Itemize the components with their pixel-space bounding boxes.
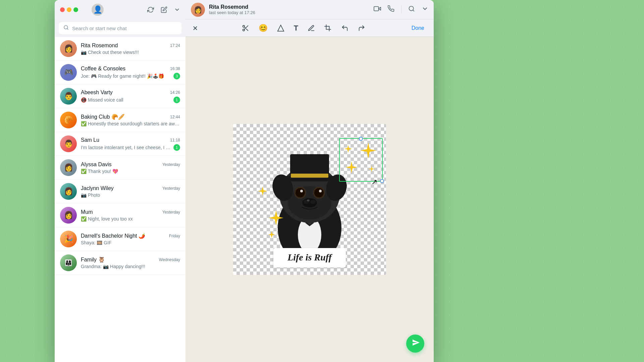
chat-content: Life is Ruff	[185, 37, 434, 362]
chat-item-sam[interactable]: 👨 Sam Lu 11:18 I'm lactose intolerant ye…	[55, 132, 185, 156]
sidebar-header-left: 👤	[60, 4, 104, 16]
svg-point-23	[314, 188, 324, 197]
avatar-rita: 👩	[60, 40, 77, 57]
search-input[interactable]	[72, 25, 177, 31]
chat-item-mum[interactable]: 👩 Mum Yesterday ✅ Night, love you too xx	[55, 203, 185, 227]
avatar-alyssa: 👩	[60, 159, 77, 176]
done-button[interactable]: Done	[409, 24, 427, 33]
badge-coffee: 3	[173, 73, 180, 79]
chat-time-coffee: 16:38	[170, 66, 180, 71]
user-avatar-icon: 👤	[93, 5, 102, 14]
chat-name-baking: Baking Club 🥐🥖	[81, 114, 125, 120]
chat-info-jaclynn: Jaclynn Wiley Yesterday 📷 Photo	[81, 185, 180, 198]
search-icon	[63, 25, 69, 32]
main-content: 👤	[55, 0, 434, 362]
chat-header-status: last seen today at 17:26	[209, 10, 370, 15]
badge-abeesh: 1	[173, 97, 180, 103]
avatar-abeesh: 👨	[60, 88, 77, 105]
refresh-icon[interactable]	[147, 6, 154, 13]
chat-preview-sam: I'm lactose intolerant yet, I see cheese…	[81, 145, 171, 150]
chat-name-family: Family 🦉	[81, 256, 105, 263]
pug-scene-svg: Life is Ruff	[233, 124, 386, 275]
chat-item-darrell[interactable]: 🎉 Darrell's Bachelor Night 🌶️ Friday Sha…	[55, 227, 185, 251]
crop-tool-icon[interactable]	[324, 24, 332, 32]
chat-item-alyssa[interactable]: 👩 Alyssa Davis Yesterday ✅ Thank you! 💖	[55, 156, 185, 180]
chat-item-coffee[interactable]: 🎮 Coffee & Consoles 16:38 Joe: 🎮 Ready f…	[55, 61, 185, 84]
traffic-lights	[60, 7, 78, 12]
chat-info-darrell: Darrell's Bachelor Night 🌶️ Friday Shaya…	[81, 233, 180, 245]
chevron-down-icon[interactable]	[174, 7, 180, 13]
phone-call-icon[interactable]	[388, 5, 394, 14]
chat-name-alyssa: Alyssa Davis	[81, 162, 112, 168]
header-divider	[401, 6, 401, 14]
chat-time-jaclynn: Yesterday	[162, 186, 180, 191]
traffic-light-red[interactable]	[60, 7, 65, 12]
chat-info-mum: Mum Yesterday ✅ Night, love you too xx	[81, 209, 180, 222]
chat-item-baking[interactable]: 🥐 Baking Club 🥐🥖 12:44 ✅ Honestly these …	[55, 108, 185, 132]
chat-preview-abeesh: 📵 Missed voice call	[81, 97, 171, 103]
shape-icon[interactable]	[277, 24, 284, 32]
chat-preview-mum: ✅ Night, love you too xx	[81, 216, 180, 222]
undo-icon[interactable]	[341, 24, 348, 32]
chat-name-mum: Mum	[81, 209, 93, 215]
compose-icon[interactable]	[161, 6, 167, 13]
chat-item-jaclynn[interactable]: 👩 Jaclynn Wiley Yesterday 📷 Photo	[55, 180, 185, 203]
avatar-coffee: 🎮	[60, 64, 77, 81]
chat-info-family: Family 🦉 Wednesday Grandma: 📷 Happy danc…	[81, 256, 180, 269]
emoji-sticker-icon[interactable]: 😊	[259, 24, 268, 33]
search-chat-icon[interactable]	[408, 5, 415, 14]
image-editor-canvas[interactable]: Life is Ruff	[233, 124, 386, 275]
video-call-icon[interactable]	[374, 5, 381, 14]
draw-tool-icon[interactable]	[308, 24, 315, 32]
chat-time-rita: 17:24	[170, 43, 180, 48]
svg-line-12	[244, 27, 246, 28]
redo-icon[interactable]	[358, 24, 365, 32]
chat-name-rita: Rita Rosemond	[81, 43, 118, 49]
chat-preview-baking: ✅ Honestly these sourdough starters are …	[81, 121, 180, 126]
chat-name-jaclynn: Jaclynn Wiley	[81, 185, 114, 191]
chat-info-alyssa: Alyssa Davis Yesterday ✅ Thank you! 💖	[81, 162, 180, 174]
avatar-mum: 👩	[60, 207, 77, 224]
chat-preview-family: Grandma: 📷 Happy dancing!!!	[81, 264, 180, 269]
search-bar	[55, 19, 185, 37]
svg-marker-13	[277, 25, 283, 31]
text-tool-icon[interactable]: T	[294, 24, 298, 33]
sidebar: 👤	[55, 0, 185, 362]
sidebar-header-icons	[147, 6, 180, 13]
svg-line-1	[67, 28, 68, 29]
user-avatar[interactable]: 👤	[92, 4, 104, 16]
badge-sam: 1	[173, 144, 180, 151]
svg-marker-2	[379, 7, 381, 10]
chat-item-abeesh[interactable]: 👨 Abeesh Varty 14:26 📵 Missed voice call…	[55, 84, 185, 108]
chat-info-abeesh: Abeesh Varty 14:26 📵 Missed voice call 1	[81, 89, 180, 103]
chat-header-info: Rita Rosemond last seen today at 17:26	[209, 4, 370, 15]
chat-time-alyssa: Yesterday	[162, 162, 180, 167]
chat-time-baking: 12:44	[170, 115, 180, 119]
more-options-icon[interactable]	[422, 5, 428, 14]
chat-header-actions	[374, 5, 428, 14]
traffic-light-yellow[interactable]	[67, 7, 71, 12]
scissors-icon[interactable]	[242, 24, 249, 32]
chat-info-rita: Rita Rosemond 17:24 📷 Check out these vi…	[81, 43, 180, 55]
chat-name-darrell: Darrell's Bachelor Night 🌶️	[81, 233, 145, 239]
svg-line-11	[246, 29, 248, 31]
svg-point-28	[310, 200, 316, 204]
send-button[interactable]	[406, 335, 424, 353]
chat-preview-coffee: Joe: 🎮 Ready for game night!! 🎉🕹️🎁	[81, 73, 171, 79]
close-editor-icon[interactable]	[192, 25, 198, 31]
chat-time-family: Wednesday	[159, 257, 180, 262]
avatar-darrell: 🎉	[60, 231, 77, 247]
traffic-light-green[interactable]	[73, 7, 78, 12]
chat-header: 👩 Rita Rosemond last seen today at 17:26	[185, 0, 434, 19]
svg-line-5	[413, 10, 414, 11]
svg-point-24	[300, 190, 303, 192]
chat-preview-rita: 📷 Check out these views!!!	[81, 50, 180, 55]
chat-time-abeesh: 14:26	[170, 90, 180, 95]
chat-info-baking: Baking Club 🥐🥖 12:44 ✅ Honestly these so…	[81, 114, 180, 126]
chat-header-avatar[interactable]: 👩	[191, 3, 205, 17]
send-icon	[412, 339, 420, 349]
search-input-wrapper[interactable]	[59, 22, 181, 34]
chat-item-family[interactable]: 👨‍👩‍👧 Family 🦉 Wednesday Grandma: 📷 Happ…	[55, 251, 185, 275]
chat-list: 👩 Rita Rosemond 17:24 📷 Check out these …	[55, 37, 185, 362]
chat-item-rita[interactable]: 👩 Rita Rosemond 17:24 📷 Check out these …	[55, 37, 185, 61]
